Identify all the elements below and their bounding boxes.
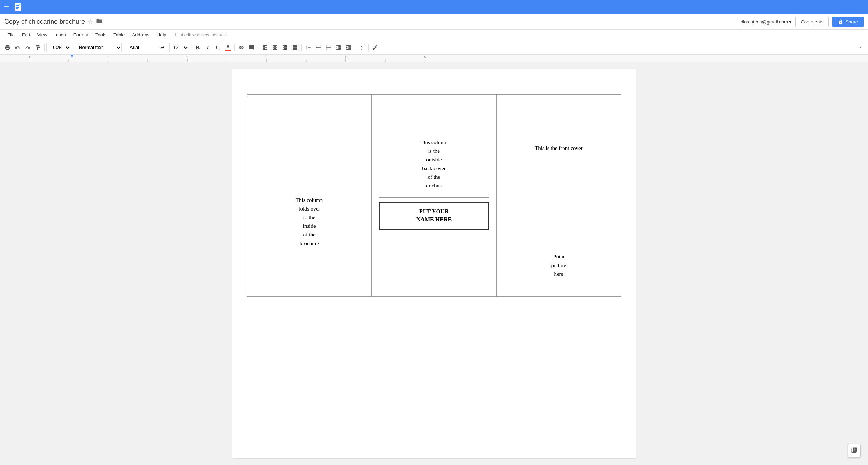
- menu-help[interactable]: Help: [154, 31, 169, 39]
- decrease-indent-button[interactable]: [334, 43, 343, 53]
- menu-addons[interactable]: Add-ons: [129, 31, 152, 39]
- folder-icon[interactable]: [96, 18, 102, 26]
- star-icon[interactable]: ☆: [88, 18, 93, 25]
- bold-button[interactable]: B: [193, 43, 202, 53]
- increase-indent-button[interactable]: [344, 43, 353, 53]
- google-docs-app-bar: ☰: [0, 0, 868, 14]
- name-line1: PUT YOUR: [385, 208, 483, 216]
- col3-content: This is the front cover Put a picture he…: [504, 102, 614, 278]
- svg-text:2: 2: [186, 55, 188, 59]
- zoom-select[interactable]: 100%: [46, 43, 71, 52]
- bullet-list-button[interactable]: [314, 43, 323, 53]
- table-cell-col3[interactable]: This is the front cover Put a picture he…: [496, 95, 621, 297]
- comments-button[interactable]: Comments: [795, 17, 829, 27]
- divider2: [73, 44, 73, 51]
- formula-button[interactable]: ∑: [357, 43, 367, 53]
- col2-name-box[interactable]: PUT YOUR NAME HERE: [379, 202, 489, 230]
- text-color-button[interactable]: A: [223, 43, 233, 53]
- table-cell-col2[interactable]: This column is the outside back cover of…: [372, 95, 496, 297]
- svg-text:3: 3: [265, 55, 267, 59]
- col2-back-cover-text: This column is the outside back cover of…: [420, 140, 447, 189]
- col3-front-cover-text: This is the front cover: [504, 102, 614, 151]
- undo-button[interactable]: [13, 43, 22, 53]
- col3-picture-text: Put a picture here: [504, 151, 614, 278]
- menu-file[interactable]: File: [4, 31, 18, 39]
- name-line2: NAME HERE: [385, 216, 483, 223]
- numbered-list-button[interactable]: [324, 43, 333, 53]
- last-edit-status: Last edit was seconds ago: [175, 32, 226, 37]
- user-email[interactable]: dlastutech@gmail.com ▾: [741, 19, 792, 25]
- svg-rect-2: [16, 7, 19, 8]
- lock-icon: [838, 19, 843, 25]
- text-color-underline: [225, 50, 231, 51]
- col2-divider: [379, 197, 489, 198]
- divider6: [234, 44, 235, 51]
- ruler-svg: -1 1 2 3 4 5: [29, 55, 461, 62]
- menu-tools[interactable]: Tools: [93, 31, 109, 39]
- svg-text:-1: -1: [29, 55, 30, 59]
- menu-bar: File Edit View Insert Format Tools Table…: [0, 30, 868, 40]
- col2-top-text: This column is the outside back cover of…: [379, 102, 489, 197]
- justify-button[interactable]: [290, 43, 300, 53]
- ruler: -1 1 2 3 4 5: [0, 55, 868, 62]
- draw-button[interactable]: [371, 43, 380, 53]
- paragraph-style-select[interactable]: Normal text: [75, 43, 122, 52]
- print-button[interactable]: [3, 43, 12, 53]
- divider5: [191, 44, 191, 51]
- menu-table[interactable]: Table: [111, 31, 127, 39]
- svg-text:1: 1: [107, 55, 109, 59]
- document-area[interactable]: This column folds over to the inside of …: [0, 62, 868, 465]
- line-spacing-button[interactable]: [304, 43, 313, 53]
- title-right: dlastutech@gmail.com ▾ Comments Share: [741, 17, 864, 27]
- svg-rect-3: [16, 8, 18, 9]
- font-size-select[interactable]: 12: [169, 43, 189, 52]
- italic-button[interactable]: I: [203, 43, 212, 53]
- format-paint-button[interactable]: [33, 43, 42, 53]
- menu-view[interactable]: View: [34, 31, 50, 39]
- font-select[interactable]: Arial: [126, 43, 165, 52]
- menu-format[interactable]: Format: [71, 31, 91, 39]
- svg-text:4: 4: [345, 55, 346, 59]
- redo-button[interactable]: [23, 43, 32, 53]
- divider10: [368, 44, 369, 51]
- col1-text: This column folds over to the inside of …: [254, 102, 364, 248]
- text-cursor: [247, 91, 247, 97]
- table-row: This column folds over to the inside of …: [247, 95, 621, 297]
- share-button[interactable]: Share: [832, 17, 864, 27]
- menu-insert[interactable]: Insert: [52, 31, 69, 39]
- align-right-button[interactable]: [280, 43, 290, 53]
- menu-edit[interactable]: Edit: [19, 31, 33, 39]
- table-cell-col1[interactable]: This column folds over to the inside of …: [247, 95, 372, 297]
- align-left-button[interactable]: [260, 43, 269, 53]
- col1-content: This column folds over to the inside of …: [296, 197, 323, 246]
- svg-rect-1: [16, 5, 19, 6]
- col2-content: This column is the outside back cover of…: [379, 102, 489, 230]
- divider3: [124, 44, 124, 51]
- title-left: Copy of chiccarine brochure ☆: [4, 18, 102, 26]
- underline-button[interactable]: U: [213, 43, 223, 53]
- link-button[interactable]: [237, 43, 246, 53]
- svg-marker-22: [70, 55, 74, 57]
- divider9: [355, 44, 355, 51]
- toolbar: 100% Normal text Arial 12 B I U A: [0, 40, 868, 55]
- collapse-toolbar-button[interactable]: [856, 43, 865, 53]
- comment-button[interactable]: [247, 43, 256, 53]
- align-center-button[interactable]: [270, 43, 279, 53]
- document-title[interactable]: Copy of chiccarine brochure: [4, 18, 85, 26]
- divider8: [301, 44, 302, 51]
- divider1: [44, 44, 45, 51]
- page[interactable]: This column folds over to the inside of …: [232, 69, 636, 458]
- title-bar: Copy of chiccarine brochure ☆ dlastutech…: [0, 14, 868, 30]
- divider4: [167, 44, 167, 51]
- text-color-indicator: A: [225, 44, 231, 51]
- hamburger-menu-icon[interactable]: ☰: [4, 3, 9, 11]
- smart-compose-button[interactable]: [848, 444, 861, 458]
- svg-text:5: 5: [424, 55, 426, 59]
- smart-compose-icon: [851, 447, 858, 453]
- google-docs-logo: [14, 3, 22, 12]
- divider7: [258, 44, 258, 51]
- brochure-table[interactable]: This column folds over to the inside of …: [247, 94, 621, 297]
